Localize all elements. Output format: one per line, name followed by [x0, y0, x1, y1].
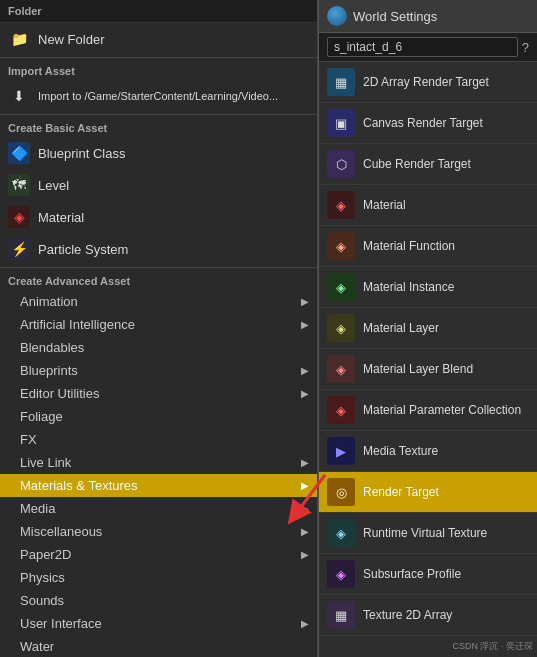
media-texture-icon: ▶	[327, 437, 355, 465]
blueprint-icon: 🔷	[8, 142, 30, 164]
item-texture-2d-array[interactable]: ▦ Texture 2D Array	[319, 595, 537, 636]
miscellaneous-arrow: ▶	[301, 526, 309, 537]
adv-animation[interactable]: Animation ▶	[0, 290, 317, 313]
import-asset-header: Import Asset	[0, 60, 317, 80]
create-advanced-header: Create Advanced Asset	[0, 270, 317, 290]
world-settings-label: World Settings	[353, 9, 437, 24]
item-render-target[interactable]: ◎ Render Target	[319, 472, 537, 513]
paper2d-arrow: ▶	[301, 549, 309, 560]
item-material[interactable]: ◈ Material	[319, 185, 537, 226]
item-subsurface-profile[interactable]: ◈ Subsurface Profile	[319, 554, 537, 595]
user-interface-arrow: ▶	[301, 618, 309, 629]
folder-header: Folder	[0, 0, 317, 23]
blueprints-arrow: ▶	[301, 365, 309, 376]
material-param-label: Material Parameter Collection	[363, 403, 521, 417]
ai-arrow: ▶	[301, 319, 309, 330]
folder-label: Folder	[8, 5, 42, 17]
help-icon[interactable]: ?	[522, 40, 529, 55]
material-instance-label: Material Instance	[363, 280, 454, 294]
particle-icon: ⚡	[8, 238, 30, 260]
adv-paper2d[interactable]: Paper2D ▶	[0, 543, 317, 566]
adv-sounds[interactable]: Sounds	[0, 589, 317, 612]
item-material-parameter-collection[interactable]: ◈ Material Parameter Collection	[319, 390, 537, 431]
adv-editor-utilities[interactable]: Editor Utilities ▶	[0, 382, 317, 405]
adv-media-label: Media	[20, 501, 55, 516]
2d-array-label: 2D Array Render Target	[363, 75, 489, 89]
item-2d-array-render-target[interactable]: ▦ 2D Array Render Target	[319, 62, 537, 103]
right-panel: World Settings ? ▦ 2D Array Render Targe…	[318, 0, 537, 657]
blueprint-class-item[interactable]: 🔷 Blueprint Class	[0, 137, 317, 169]
material-param-icon: ◈	[327, 396, 355, 424]
animation-arrow: ▶	[301, 296, 309, 307]
level-icon: 🗺	[8, 174, 30, 196]
item-material-layer-blend[interactable]: ◈ Material Layer Blend	[319, 349, 537, 390]
left-panel: Folder 📁 New Folder Import Asset ⬇ Impor…	[0, 0, 318, 657]
virtual-texture-icon: ◈	[327, 519, 355, 547]
material-layer-blend-icon: ◈	[327, 355, 355, 383]
particle-system-item[interactable]: ⚡ Particle System	[0, 233, 317, 265]
adv-media[interactable]: Media ▶	[0, 497, 317, 520]
render-target-label: Render Target	[363, 485, 439, 499]
adv-miscellaneous[interactable]: Miscellaneous ▶	[0, 520, 317, 543]
watermark: CSDN 浮沉 · 奕迁琛	[452, 640, 533, 653]
create-basic-header: Create Basic Asset	[0, 117, 317, 137]
adv-user-interface-label: User Interface	[20, 616, 102, 631]
media-texture-label: Media Texture	[363, 444, 438, 458]
adv-live-link-label: Live Link	[20, 455, 71, 470]
adv-water[interactable]: Water	[0, 635, 317, 657]
adv-miscellaneous-label: Miscellaneous	[20, 524, 102, 539]
adv-editor-utilities-label: Editor Utilities	[20, 386, 99, 401]
material-layer-blend-label: Material Layer Blend	[363, 362, 473, 376]
adv-fx[interactable]: FX	[0, 428, 317, 451]
adv-animation-label: Animation	[20, 294, 78, 309]
media-arrow: ▶	[301, 503, 309, 514]
live-link-arrow: ▶	[301, 457, 309, 468]
materials-textures-arrow: ▶	[301, 480, 309, 491]
material-function-label: Material Function	[363, 239, 455, 253]
item-material-instance[interactable]: ◈ Material Instance	[319, 267, 537, 308]
texture-2d-array-label: Texture 2D Array	[363, 608, 452, 622]
canvas-render-icon: ▣	[327, 109, 355, 137]
adv-live-link[interactable]: Live Link ▶	[0, 451, 317, 474]
material-function-icon: ◈	[327, 232, 355, 260]
adv-fx-label: FX	[20, 432, 37, 447]
item-media-texture[interactable]: ▶ Media Texture	[319, 431, 537, 472]
item-material-function[interactable]: ◈ Material Function	[319, 226, 537, 267]
adv-blendables[interactable]: Blendables	[0, 336, 317, 359]
adv-foliage-label: Foliage	[20, 409, 63, 424]
new-folder-item[interactable]: 📁 New Folder	[0, 23, 317, 55]
adv-blueprints[interactable]: Blueprints ▶	[0, 359, 317, 382]
adv-materials-textures[interactable]: Materials & Textures ▶	[0, 474, 317, 497]
adv-paper2d-label: Paper2D	[20, 547, 71, 562]
new-folder-icon: 📁	[8, 28, 30, 50]
material-basic-label: Material	[38, 210, 309, 225]
search-input[interactable]	[327, 37, 518, 57]
item-cube-render-target[interactable]: ⬡ Cube Render Target	[319, 144, 537, 185]
material-basic-icon: ◈	[8, 206, 30, 228]
particle-label: Particle System	[38, 242, 309, 257]
adv-materials-textures-label: Materials & Textures	[20, 478, 138, 493]
material-instance-icon: ◈	[327, 273, 355, 301]
import-asset-item[interactable]: ⬇ Import to /Game/StarterContent/Learnin…	[0, 80, 317, 112]
adv-physics[interactable]: Physics	[0, 566, 317, 589]
right-panel-header: World Settings	[319, 0, 537, 33]
adv-ai[interactable]: Artificial Intelligence ▶	[0, 313, 317, 336]
item-canvas-render-target[interactable]: ▣ Canvas Render Target	[319, 103, 537, 144]
material-layer-icon: ◈	[327, 314, 355, 342]
adv-blendables-label: Blendables	[20, 340, 84, 355]
adv-blueprints-label: Blueprints	[20, 363, 78, 378]
editor-utilities-arrow: ▶	[301, 388, 309, 399]
item-material-layer[interactable]: ◈ Material Layer	[319, 308, 537, 349]
material-icon: ◈	[327, 191, 355, 219]
subsurface-icon: ◈	[327, 560, 355, 588]
canvas-render-label: Canvas Render Target	[363, 116, 483, 130]
cube-render-icon: ⬡	[327, 150, 355, 178]
material-basic-item[interactable]: ◈ Material	[0, 201, 317, 233]
new-folder-label: New Folder	[38, 32, 309, 47]
adv-user-interface[interactable]: User Interface ▶	[0, 612, 317, 635]
subsurface-label: Subsurface Profile	[363, 567, 461, 581]
material-layer-label: Material Layer	[363, 321, 439, 335]
item-runtime-virtual-texture[interactable]: ◈ Runtime Virtual Texture	[319, 513, 537, 554]
level-item[interactable]: 🗺 Level	[0, 169, 317, 201]
adv-foliage[interactable]: Foliage	[0, 405, 317, 428]
